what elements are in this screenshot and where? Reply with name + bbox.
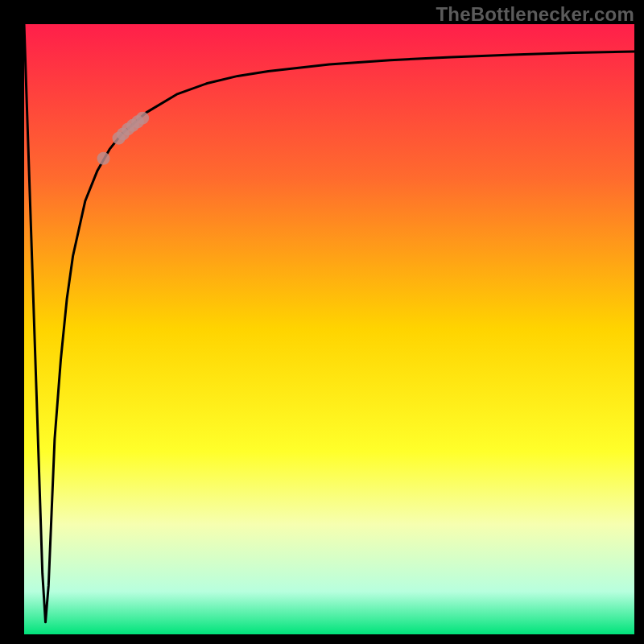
bottleneck-curve [24,24,634,622]
highlight-marker [97,152,110,165]
chart-frame: TheBottlenecker.com [0,0,644,644]
marker-group [97,112,150,165]
plot-area [24,24,634,634]
curve-layer [24,24,634,634]
watermark-text: TheBottlenecker.com [436,3,634,26]
highlight-marker [136,112,149,125]
